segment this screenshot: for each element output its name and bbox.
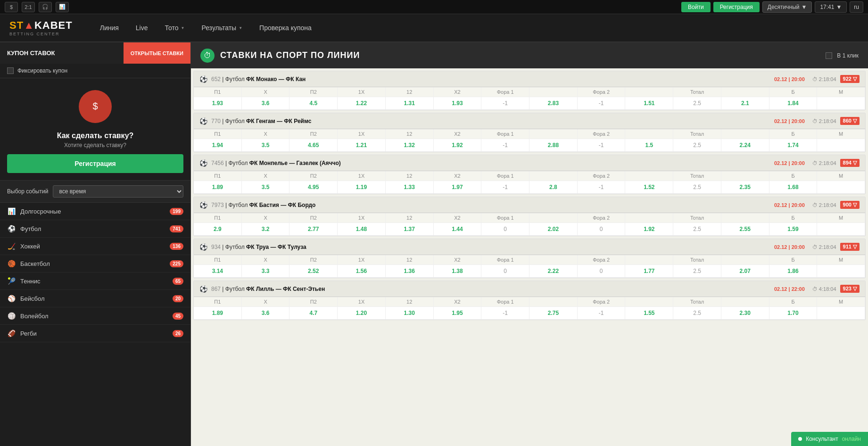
- odds-value-cell[interactable]: 1.36: [386, 265, 434, 278]
- odds-value-cell[interactable]: 1.21: [338, 139, 386, 152]
- nav-toto[interactable]: Тото ▼: [157, 14, 193, 41]
- odds-value-cell[interactable]: 1.32: [386, 139, 434, 152]
- sport-item-volleyball[interactable]: 🏐 Волейбол 45: [0, 307, 190, 325]
- odds-value-cell[interactable]: 2.55: [721, 223, 769, 236]
- odds-value-cell[interactable]: 3.14: [194, 265, 242, 278]
- sport-list: 📊 Долгосрочные 199 ⚽ Футбол 741 🏒 Хоккей…: [0, 203, 190, 446]
- odds-value-cell[interactable]: 1.93: [194, 97, 242, 110]
- sport-item-tennis[interactable]: 🎾 Теннис 65: [0, 273, 190, 290]
- odds-static-cell: -1: [481, 139, 529, 152]
- nav-check-coupon[interactable]: Проверка купона: [251, 14, 320, 41]
- odds-value-cell[interactable]: 1.48: [338, 223, 386, 236]
- odds-value-cell[interactable]: 1.93: [434, 97, 482, 110]
- odds-value-cell[interactable]: 2.52: [289, 265, 338, 278]
- odds-col-header: 1Х: [338, 87, 386, 97]
- decimal-button[interactable]: Десятичный ▼: [762, 1, 812, 13]
- odds-value-cell[interactable]: 2.9: [194, 223, 242, 236]
- odds-value-cell[interactable]: 2.22: [529, 265, 578, 278]
- odds-value-cell[interactable]: 2.88: [529, 139, 578, 152]
- odds-value-cell[interactable]: 3.5: [242, 139, 290, 152]
- odds-value-cell[interactable]: 1.38: [434, 265, 482, 278]
- odds-value-cell[interactable]: 1.84: [769, 97, 818, 110]
- language-selector[interactable]: ru: [850, 1, 863, 13]
- odds-value-cell[interactable]: 1.55: [625, 307, 673, 320]
- odds-value-cell[interactable]: 1.70: [769, 307, 818, 320]
- top-bar: $ 2:1 🎧 📊 Войти Регистрация Десятичный ▼…: [0, 0, 868, 14]
- register-top-button[interactable]: Регистрация: [713, 2, 760, 12]
- fix-coupon-checkbox[interactable]: [7, 67, 14, 74]
- fix-coupon-row: Фиксировать купон: [0, 64, 190, 78]
- sport-item-basketball[interactable]: 🏀 Баскетбол 225: [0, 255, 190, 273]
- odds-value-cell[interactable]: 1.19: [338, 181, 386, 194]
- odds-value-cell[interactable]: 3.2: [242, 223, 290, 236]
- nav-liniya[interactable]: Линия: [91, 14, 127, 41]
- odds-value-cell[interactable]: 1.22: [338, 97, 386, 110]
- one-click-checkbox[interactable]: [826, 52, 832, 59]
- odds-value-cell[interactable]: 1.74: [769, 139, 818, 152]
- odds-value-cell[interactable]: 2.02: [529, 223, 578, 236]
- odds-value-cell[interactable]: 3.5: [242, 181, 290, 194]
- event-timer: ⏱ 2:18:04: [812, 202, 836, 208]
- odds-value-cell[interactable]: 4.5: [289, 97, 338, 110]
- odds-value-cell[interactable]: 1.59: [769, 223, 818, 236]
- odds-value-cell[interactable]: 4.95: [289, 181, 338, 194]
- odds-value-cell[interactable]: 2.77: [289, 223, 338, 236]
- odds-value-cell[interactable]: 1.56: [338, 265, 386, 278]
- login-button[interactable]: Войти: [681, 2, 711, 12]
- event-header: ⚽ 867 | Футбол ФК Лилль — ФК Сент-Этьен …: [194, 281, 865, 297]
- odds-col-header: Х2: [434, 87, 482, 97]
- events-time-select[interactable]: все время: [53, 185, 183, 198]
- odds-value-cell[interactable]: 2.75: [529, 307, 578, 320]
- odds-value-cell[interactable]: 1.52: [625, 181, 673, 194]
- odds-value-cell[interactable]: 4.7: [289, 307, 338, 320]
- odds-value-cell[interactable]: 3.3: [242, 265, 290, 278]
- ratio-indicator: 2:1: [22, 2, 35, 12]
- odds-value-cell[interactable]: 2.07: [721, 265, 769, 278]
- odds-value-cell[interactable]: 1.77: [625, 265, 673, 278]
- nav-live[interactable]: Live: [127, 14, 157, 41]
- odds-value-cell[interactable]: 1.44: [434, 223, 482, 236]
- headphones-icon[interactable]: 🎧: [39, 2, 52, 12]
- nav-results[interactable]: Результаты ▼: [193, 14, 251, 41]
- odds-value-cell[interactable]: 2.83: [529, 97, 578, 110]
- odds-value-cell[interactable]: 2.30: [721, 307, 769, 320]
- event-block: ⚽ 770 | Футбол ФК Генгам — ФК Реймс 02.1…: [193, 113, 866, 152]
- odds-value-cell[interactable]: 2.35: [721, 181, 769, 194]
- odds-value-cell[interactable]: 1.86: [769, 265, 818, 278]
- odds-value-cell[interactable]: 1.20: [338, 307, 386, 320]
- odds-value-cell[interactable]: 4.65: [289, 139, 338, 152]
- odds-value-cell[interactable]: 2.8: [529, 181, 578, 194]
- odds-value-cell[interactable]: 3.6: [242, 307, 290, 320]
- event-badge: 922 ▽: [840, 75, 860, 83]
- odds-value-cell[interactable]: 1.97: [434, 181, 482, 194]
- odds-value-cell[interactable]: 2.24: [721, 139, 769, 152]
- odds-value-cell[interactable]: 1.30: [386, 307, 434, 320]
- odds-value-cell[interactable]: 1.51: [625, 97, 673, 110]
- svg-text:$: $: [92, 101, 98, 111]
- odds-value-cell[interactable]: 3.6: [242, 97, 290, 110]
- chart-icon[interactable]: 📊: [56, 2, 69, 12]
- odds-value-cell[interactable]: 1.95: [434, 307, 482, 320]
- open-bets-button[interactable]: ОТКРЫТЫЕ СТАВКИ: [124, 42, 190, 64]
- odds-value-cell[interactable]: 2.1: [721, 97, 769, 110]
- odds-value-cell[interactable]: 1.89: [194, 307, 242, 320]
- odds-value-cell[interactable]: 1.31: [386, 97, 434, 110]
- consultant-bar[interactable]: Консультант онлайн: [791, 432, 868, 446]
- sport-item-longterm[interactable]: 📊 Долгосрочные 199: [0, 203, 190, 220]
- odds-value-cell[interactable]: 1.92: [625, 223, 673, 236]
- sport-item-baseball[interactable]: ⚾ Бейсбол 20: [0, 290, 190, 307]
- sport-item-rugby[interactable]: 🏈 Регби 26: [0, 325, 190, 342]
- logo-subtitle: BETTING CENTER: [9, 32, 73, 36]
- odds-value-cell[interactable]: 1.94: [194, 139, 242, 152]
- register-sidebar-button[interactable]: Регистрация: [7, 154, 183, 173]
- dollar-icon[interactable]: $: [5, 2, 18, 12]
- odds-value-cell[interactable]: 1.89: [194, 181, 242, 194]
- sport-item-hockey[interactable]: 🏒 Хоккей 136: [0, 238, 190, 255]
- odds-value-cell[interactable]: 1.37: [386, 223, 434, 236]
- odds-value-cell[interactable]: 1.33: [386, 181, 434, 194]
- odds-value-cell[interactable]: 1.92: [434, 139, 482, 152]
- sport-item-football[interactable]: ⚽ Футбол 741: [0, 220, 190, 238]
- event-timer: ⏱ 2:18:04: [812, 160, 836, 166]
- odds-value-cell[interactable]: 1.5: [625, 139, 673, 152]
- odds-value-cell[interactable]: 1.68: [769, 181, 818, 194]
